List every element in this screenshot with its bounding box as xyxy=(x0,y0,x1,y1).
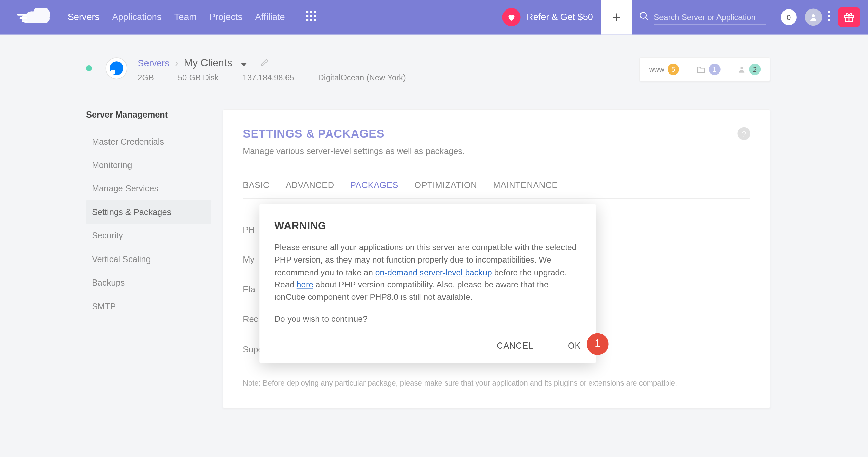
modal-title: WARNING xyxy=(274,220,581,232)
sidebar-item-monitoring[interactable]: Monitoring xyxy=(86,153,211,176)
svg-rect-4 xyxy=(310,11,312,13)
chevron-right-icon: › xyxy=(175,58,178,68)
server-header: Servers › My Clients 2GB 50 GB Disk 137.… xyxy=(86,57,770,82)
svg-rect-11 xyxy=(314,19,316,21)
svg-point-23 xyxy=(740,67,743,69)
ok-button[interactable]: OK xyxy=(568,340,581,350)
nav-applications[interactable]: Applications xyxy=(112,12,161,22)
panel-subtitle: Manage various server-level settings as … xyxy=(243,146,750,156)
www-count: 5 xyxy=(668,64,679,75)
projects-count: 1 xyxy=(709,64,721,75)
user-icon xyxy=(738,65,746,74)
sidebar-item-master-credentials[interactable]: Master Credentials xyxy=(86,130,211,153)
sidebar-item-manage-services[interactable]: Manage Services xyxy=(86,176,211,200)
svg-point-16 xyxy=(812,14,815,17)
sidebar-item-backups[interactable]: Backups xyxy=(86,271,211,294)
svg-rect-9 xyxy=(306,19,308,21)
panel-note: Note: Before deploying any particular pa… xyxy=(243,378,750,387)
tabs: BASIC ADVANCED PACKAGES OPTIMIZATION MAI… xyxy=(243,180,750,199)
apps-grid-icon[interactable] xyxy=(306,11,316,23)
tab-advanced[interactable]: ADVANCED xyxy=(285,180,334,198)
refer-label: Refer & Get $50 xyxy=(527,12,593,22)
sidebar-item-smtp[interactable]: SMTP xyxy=(86,294,211,318)
tab-maintenance[interactable]: MAINTENANCE xyxy=(493,180,558,198)
sidebar: Server Management Master Credentials Mon… xyxy=(86,109,211,408)
svg-point-18 xyxy=(828,15,830,17)
help-icon[interactable]: ? xyxy=(738,127,750,140)
backup-link[interactable]: on-demand server-level backup xyxy=(375,268,492,277)
server-ram: 2GB xyxy=(138,73,154,82)
sidebar-title: Server Management xyxy=(86,109,211,119)
nav-servers[interactable]: Servers xyxy=(68,12,99,22)
provider-logo xyxy=(106,57,127,79)
search-icon xyxy=(639,11,649,23)
stat-users[interactable]: 2 xyxy=(738,64,761,75)
heart-icon xyxy=(502,8,521,26)
svg-rect-7 xyxy=(310,15,312,17)
refer-link[interactable]: Refer & Get $50 xyxy=(502,8,593,26)
server-ip: 137.184.98.65 xyxy=(243,73,294,82)
search-input[interactable] xyxy=(654,10,766,24)
avatar[interactable] xyxy=(805,8,822,26)
modal-text: about PHP version compatibility. Also, p… xyxy=(274,280,548,302)
svg-rect-1 xyxy=(20,17,28,19)
tab-optimization[interactable]: OPTIMIZATION xyxy=(414,180,477,198)
nav-team[interactable]: Team xyxy=(174,12,197,22)
server-disk: 50 GB Disk xyxy=(178,73,219,82)
svg-point-14 xyxy=(640,12,646,18)
svg-point-17 xyxy=(828,11,830,13)
nav-affiliate[interactable]: Affiliate xyxy=(255,12,285,22)
topbar: Servers Applications Team Projects Affil… xyxy=(0,0,868,35)
annotation-badge: 1 xyxy=(587,333,608,355)
add-button[interactable] xyxy=(601,0,632,35)
tab-basic[interactable]: BASIC xyxy=(243,180,270,198)
www-label: www xyxy=(649,65,664,74)
server-name: My Clients xyxy=(184,57,232,69)
crumb-servers[interactable]: Servers xyxy=(138,58,169,68)
sidebar-item-settings-packages[interactable]: Settings & Packages xyxy=(86,200,211,224)
svg-rect-2 xyxy=(22,21,27,22)
sidebar-item-security[interactable]: Security xyxy=(86,224,211,247)
search-area xyxy=(632,10,773,24)
svg-rect-5 xyxy=(314,11,316,13)
server-stats: www 5 1 2 xyxy=(639,57,770,81)
caret-down-icon[interactable] xyxy=(241,58,247,68)
modal-question: Do you wish to continue? xyxy=(274,314,581,323)
sidebar-item-vertical-scaling[interactable]: Vertical Scaling xyxy=(86,247,211,271)
panel-title: SETTINGS & PACKAGES xyxy=(243,127,750,141)
status-dot xyxy=(86,65,92,71)
svg-point-19 xyxy=(828,19,830,21)
notification-count[interactable]: 0 xyxy=(781,9,796,25)
cancel-button[interactable]: CANCEL xyxy=(497,340,533,350)
edit-icon[interactable] xyxy=(261,58,269,68)
kebab-menu-icon[interactable] xyxy=(828,11,830,23)
users-count: 2 xyxy=(749,64,761,75)
svg-rect-8 xyxy=(314,15,316,17)
server-provider: DigitalOcean (New York) xyxy=(318,73,406,82)
svg-rect-0 xyxy=(17,14,27,16)
logo[interactable] xyxy=(16,8,52,26)
svg-rect-6 xyxy=(306,15,308,17)
stat-projects[interactable]: 1 xyxy=(696,64,721,75)
gift-button[interactable] xyxy=(838,7,860,27)
breadcrumb: Servers › My Clients xyxy=(138,57,406,69)
modal-body: Please ensure all your applications on t… xyxy=(274,242,581,304)
svg-rect-3 xyxy=(306,11,308,13)
here-link[interactable]: here xyxy=(297,280,313,289)
svg-rect-10 xyxy=(310,19,312,21)
tab-packages[interactable]: PACKAGES xyxy=(350,180,398,198)
nav-links: Servers Applications Team Projects Affil… xyxy=(68,12,285,22)
svg-line-15 xyxy=(645,17,648,20)
folder-icon xyxy=(696,65,706,74)
stat-www[interactable]: www 5 xyxy=(649,64,679,75)
warning-modal: WARNING Please ensure all your applicati… xyxy=(259,204,596,363)
nav-projects[interactable]: Projects xyxy=(209,12,242,22)
